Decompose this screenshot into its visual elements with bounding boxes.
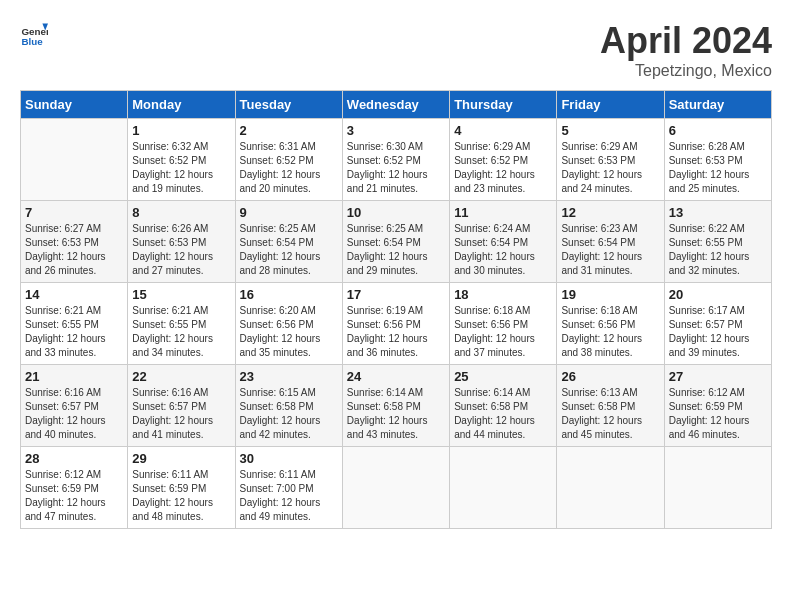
day-number: 26: [561, 369, 659, 384]
weekday-header-monday: Monday: [128, 91, 235, 119]
calendar-cell: 5Sunrise: 6:29 AMSunset: 6:53 PMDaylight…: [557, 119, 664, 201]
calendar-cell: 13Sunrise: 6:22 AMSunset: 6:55 PMDayligh…: [664, 201, 771, 283]
calendar-cell: 10Sunrise: 6:25 AMSunset: 6:54 PMDayligh…: [342, 201, 449, 283]
day-info: Sunrise: 6:13 AMSunset: 6:58 PMDaylight:…: [561, 386, 659, 442]
svg-text:Blue: Blue: [21, 36, 43, 47]
calendar-cell: 24Sunrise: 6:14 AMSunset: 6:58 PMDayligh…: [342, 365, 449, 447]
calendar-cell: 8Sunrise: 6:26 AMSunset: 6:53 PMDaylight…: [128, 201, 235, 283]
day-number: 11: [454, 205, 552, 220]
calendar-cell: 30Sunrise: 6:11 AMSunset: 7:00 PMDayligh…: [235, 447, 342, 529]
calendar-cell: 20Sunrise: 6:17 AMSunset: 6:57 PMDayligh…: [664, 283, 771, 365]
day-number: 19: [561, 287, 659, 302]
calendar-cell: 23Sunrise: 6:15 AMSunset: 6:58 PMDayligh…: [235, 365, 342, 447]
weekday-header-wednesday: Wednesday: [342, 91, 449, 119]
day-info: Sunrise: 6:12 AMSunset: 6:59 PMDaylight:…: [25, 468, 123, 524]
day-info: Sunrise: 6:25 AMSunset: 6:54 PMDaylight:…: [347, 222, 445, 278]
day-number: 5: [561, 123, 659, 138]
day-number: 21: [25, 369, 123, 384]
month-title: April 2024: [600, 20, 772, 62]
title-area: April 2024 Tepetzingo, Mexico: [600, 20, 772, 80]
calendar-cell: [21, 119, 128, 201]
calendar-cell: [664, 447, 771, 529]
day-number: 2: [240, 123, 338, 138]
day-info: Sunrise: 6:21 AMSunset: 6:55 PMDaylight:…: [132, 304, 230, 360]
calendar-cell: 16Sunrise: 6:20 AMSunset: 6:56 PMDayligh…: [235, 283, 342, 365]
calendar-cell: 27Sunrise: 6:12 AMSunset: 6:59 PMDayligh…: [664, 365, 771, 447]
day-info: Sunrise: 6:16 AMSunset: 6:57 PMDaylight:…: [132, 386, 230, 442]
day-info: Sunrise: 6:15 AMSunset: 6:58 PMDaylight:…: [240, 386, 338, 442]
day-info: Sunrise: 6:30 AMSunset: 6:52 PMDaylight:…: [347, 140, 445, 196]
day-number: 1: [132, 123, 230, 138]
day-info: Sunrise: 6:32 AMSunset: 6:52 PMDaylight:…: [132, 140, 230, 196]
day-number: 10: [347, 205, 445, 220]
day-info: Sunrise: 6:14 AMSunset: 6:58 PMDaylight:…: [347, 386, 445, 442]
calendar-cell: 7Sunrise: 6:27 AMSunset: 6:53 PMDaylight…: [21, 201, 128, 283]
calendar-cell: 15Sunrise: 6:21 AMSunset: 6:55 PMDayligh…: [128, 283, 235, 365]
day-number: 29: [132, 451, 230, 466]
day-info: Sunrise: 6:28 AMSunset: 6:53 PMDaylight:…: [669, 140, 767, 196]
calendar-cell: 12Sunrise: 6:23 AMSunset: 6:54 PMDayligh…: [557, 201, 664, 283]
day-number: 25: [454, 369, 552, 384]
day-number: 16: [240, 287, 338, 302]
day-number: 20: [669, 287, 767, 302]
weekday-header-saturday: Saturday: [664, 91, 771, 119]
calendar-cell: [342, 447, 449, 529]
logo-icon: General Blue: [20, 20, 48, 48]
calendar-table: SundayMondayTuesdayWednesdayThursdayFrid…: [20, 90, 772, 529]
day-number: 22: [132, 369, 230, 384]
day-info: Sunrise: 6:14 AMSunset: 6:58 PMDaylight:…: [454, 386, 552, 442]
calendar-cell: 18Sunrise: 6:18 AMSunset: 6:56 PMDayligh…: [450, 283, 557, 365]
day-number: 30: [240, 451, 338, 466]
calendar-cell: 11Sunrise: 6:24 AMSunset: 6:54 PMDayligh…: [450, 201, 557, 283]
day-number: 17: [347, 287, 445, 302]
day-info: Sunrise: 6:20 AMSunset: 6:56 PMDaylight:…: [240, 304, 338, 360]
calendar-cell: 19Sunrise: 6:18 AMSunset: 6:56 PMDayligh…: [557, 283, 664, 365]
calendar-cell: 29Sunrise: 6:11 AMSunset: 6:59 PMDayligh…: [128, 447, 235, 529]
day-info: Sunrise: 6:26 AMSunset: 6:53 PMDaylight:…: [132, 222, 230, 278]
day-info: Sunrise: 6:29 AMSunset: 6:52 PMDaylight:…: [454, 140, 552, 196]
calendar-cell: 4Sunrise: 6:29 AMSunset: 6:52 PMDaylight…: [450, 119, 557, 201]
day-info: Sunrise: 6:22 AMSunset: 6:55 PMDaylight:…: [669, 222, 767, 278]
day-info: Sunrise: 6:23 AMSunset: 6:54 PMDaylight:…: [561, 222, 659, 278]
day-number: 23: [240, 369, 338, 384]
day-info: Sunrise: 6:27 AMSunset: 6:53 PMDaylight:…: [25, 222, 123, 278]
day-info: Sunrise: 6:12 AMSunset: 6:59 PMDaylight:…: [669, 386, 767, 442]
page-header: General Blue April 2024 Tepetzingo, Mexi…: [20, 20, 772, 80]
day-info: Sunrise: 6:11 AMSunset: 6:59 PMDaylight:…: [132, 468, 230, 524]
calendar-cell: [557, 447, 664, 529]
calendar-cell: 26Sunrise: 6:13 AMSunset: 6:58 PMDayligh…: [557, 365, 664, 447]
day-info: Sunrise: 6:16 AMSunset: 6:57 PMDaylight:…: [25, 386, 123, 442]
day-info: Sunrise: 6:29 AMSunset: 6:53 PMDaylight:…: [561, 140, 659, 196]
weekday-header-sunday: Sunday: [21, 91, 128, 119]
calendar-cell: 28Sunrise: 6:12 AMSunset: 6:59 PMDayligh…: [21, 447, 128, 529]
day-info: Sunrise: 6:21 AMSunset: 6:55 PMDaylight:…: [25, 304, 123, 360]
calendar-cell: 25Sunrise: 6:14 AMSunset: 6:58 PMDayligh…: [450, 365, 557, 447]
day-number: 7: [25, 205, 123, 220]
calendar-cell: 14Sunrise: 6:21 AMSunset: 6:55 PMDayligh…: [21, 283, 128, 365]
day-number: 12: [561, 205, 659, 220]
day-number: 3: [347, 123, 445, 138]
calendar-cell: 22Sunrise: 6:16 AMSunset: 6:57 PMDayligh…: [128, 365, 235, 447]
calendar-cell: 9Sunrise: 6:25 AMSunset: 6:54 PMDaylight…: [235, 201, 342, 283]
day-number: 24: [347, 369, 445, 384]
day-number: 18: [454, 287, 552, 302]
day-number: 4: [454, 123, 552, 138]
day-info: Sunrise: 6:17 AMSunset: 6:57 PMDaylight:…: [669, 304, 767, 360]
calendar-cell: 1Sunrise: 6:32 AMSunset: 6:52 PMDaylight…: [128, 119, 235, 201]
calendar-cell: [450, 447, 557, 529]
day-info: Sunrise: 6:19 AMSunset: 6:56 PMDaylight:…: [347, 304, 445, 360]
day-number: 15: [132, 287, 230, 302]
day-info: Sunrise: 6:11 AMSunset: 7:00 PMDaylight:…: [240, 468, 338, 524]
calendar-cell: 2Sunrise: 6:31 AMSunset: 6:52 PMDaylight…: [235, 119, 342, 201]
calendar-cell: 17Sunrise: 6:19 AMSunset: 6:56 PMDayligh…: [342, 283, 449, 365]
day-info: Sunrise: 6:25 AMSunset: 6:54 PMDaylight:…: [240, 222, 338, 278]
day-info: Sunrise: 6:31 AMSunset: 6:52 PMDaylight:…: [240, 140, 338, 196]
day-info: Sunrise: 6:18 AMSunset: 6:56 PMDaylight:…: [454, 304, 552, 360]
day-number: 27: [669, 369, 767, 384]
day-number: 28: [25, 451, 123, 466]
day-info: Sunrise: 6:18 AMSunset: 6:56 PMDaylight:…: [561, 304, 659, 360]
weekday-header-friday: Friday: [557, 91, 664, 119]
day-number: 13: [669, 205, 767, 220]
day-number: 14: [25, 287, 123, 302]
day-number: 8: [132, 205, 230, 220]
